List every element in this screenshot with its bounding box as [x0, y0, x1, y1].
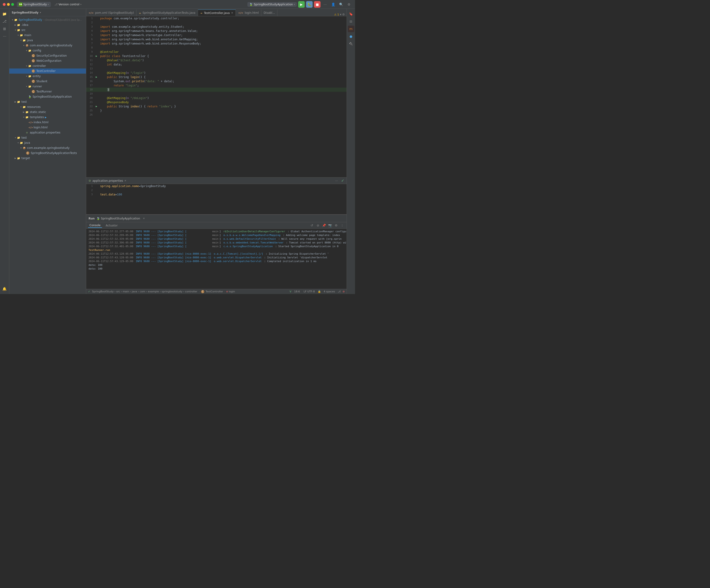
stop-icon[interactable]: ⊘ — [315, 223, 321, 228]
props-line-2: 2 — [86, 188, 347, 192]
circle-icon-btn[interactable]: ● — [348, 33, 354, 40]
tree-arrow: ▶ — [14, 101, 17, 103]
chevron-down-icon: ▾ — [294, 3, 295, 6]
debug-button[interactable]: 🐛 — [306, 1, 313, 8]
class-icon: C — [201, 290, 204, 293]
props-more-icon[interactable]: ⋯ — [335, 179, 338, 182]
more-icon[interactable]: ⋮ — [340, 223, 345, 228]
code-line-26: 26 — [86, 113, 347, 117]
tab-test-controller[interactable]: ☕ TestController.java ✕ — [198, 9, 236, 16]
tree-item-main[interactable]: ▾ 📁 main — [9, 32, 86, 38]
spring-leaf-icon: 🍃 — [28, 95, 31, 98]
restart-icon[interactable]: ↺ — [309, 223, 314, 228]
tab-close-icon[interactable]: ✕ — [231, 11, 233, 15]
tree-arrow: ▾ — [25, 75, 28, 77]
screenshot-icon[interactable]: 📷 — [328, 223, 333, 228]
tree-item-java2[interactable]: ▾ 📁 java — [9, 140, 86, 145]
panel-close-icon[interactable]: ✕ — [143, 217, 145, 220]
tree-item-app-tests[interactable]: C SpringBootStudyApplicationTests — [9, 150, 86, 156]
props-tab-close[interactable]: ✕ — [124, 180, 126, 182]
layout-icon-btn[interactable]: ⊟ — [348, 18, 354, 25]
folder-icon: 📁 — [14, 18, 18, 22]
git-icon-btn[interactable]: ⎇ — [1, 18, 8, 25]
class-c-icon: C — [32, 90, 35, 93]
folder-icon-btn[interactable]: 📁 — [1, 11, 8, 17]
search-button[interactable]: 🔍 — [338, 1, 344, 8]
tree-item-test-top[interactable]: ▶ 📁 test — [9, 99, 86, 104]
actuator-tab[interactable]: Actuator — [104, 224, 119, 228]
check-icon: ✓ — [341, 179, 344, 183]
tree-label-root: SpringBootStudy — [19, 18, 42, 21]
run-button[interactable]: ▶ — [298, 1, 305, 8]
tree-item-config[interactable]: ▾ 📁 config — [9, 48, 86, 53]
tree-item-com-example[interactable]: ▾ 📦 com.example.springbootstudy — [9, 43, 86, 48]
tree-item-controller[interactable]: ▾ 📁 controller — [9, 63, 86, 69]
maximize-button[interactable] — [11, 3, 14, 6]
tree-item-templates[interactable]: ▾ 📁 templates ▶ — [9, 115, 86, 120]
tree-item-web-config[interactable]: C WebConfiguration — [9, 58, 86, 63]
tree-item-test-runner[interactable]: C TestRunner — [9, 89, 86, 94]
run-config-selector[interactable]: 🍃 SpringBootStudyApplication ▾ — [247, 2, 297, 7]
settings-button[interactable]: ⚙ — [346, 1, 352, 8]
tree-item-spring-app[interactable]: 🍃 SpringBootStudyApplication — [9, 94, 86, 99]
properties-tab[interactable]: application.properties — [93, 179, 123, 182]
project-selector[interactable]: SB SpringBootStudy ▾ — [17, 2, 51, 7]
code-line-11: 11 @Value("${test.data}") — [86, 58, 347, 63]
tree-item-security-config[interactable]: C SecurityConfiguration — [9, 53, 86, 58]
tree-item-test2[interactable]: ▾ 📁 test — [9, 135, 86, 140]
error-indicator: ⊘ — [342, 290, 345, 293]
minimize-button[interactable] — [7, 3, 10, 6]
tree-item-idea[interactable]: ▶ 📁 .idea — [9, 22, 86, 27]
status-bar: ✓ SpringBootStudy › src › main › java › … — [86, 289, 347, 294]
bottom-panel: Run 🍃 SpringBootStudyApplication ✕ Conso… — [86, 214, 347, 289]
console-tab[interactable]: Console — [88, 223, 102, 228]
tree-item-index-html[interactable]: </> index.html — [9, 120, 86, 125]
tree-item-login-html[interactable]: </> login.html — [9, 125, 86, 130]
code-line-25: 25 } — [86, 109, 347, 113]
code-line-7: 7 import org.springframework.web.bind.an… — [86, 42, 347, 46]
stop-button[interactable]: ■ — [314, 1, 321, 8]
pin-icon[interactable]: 📌 — [322, 223, 327, 228]
tree-item-entity[interactable]: ▾ 📁 entity — [9, 74, 86, 79]
props-icon: ⚙ — [25, 131, 29, 135]
tab-settings-icon[interactable]: ⚙ — [342, 13, 345, 16]
tree-item-static[interactable]: ▶ 📁 static.static — [9, 110, 86, 115]
diff-icon-btn[interactable]: m — [348, 26, 354, 32]
properties-editor[interactable]: 1 spring.application.name=SpringBootStud… — [86, 184, 347, 214]
tree-item-runner[interactable]: ▾ 📁 runner — [9, 84, 86, 89]
title-bar: SB SpringBootStudy ▾ ⎇ Version control ▾… — [0, 0, 355, 9]
account-icon[interactable]: 👤 — [330, 1, 336, 8]
tree-arrow: ▾ — [11, 19, 14, 21]
tab-disable[interactable]: Disabl... — [261, 9, 278, 16]
tree-item-java[interactable]: ▾ 📁 java — [9, 38, 86, 43]
method-breadcrumb: ⊘ login — [226, 290, 235, 293]
more-icon-btn[interactable]: ⋯ — [1, 33, 8, 40]
tree-label-login-html: login.html — [33, 126, 48, 129]
notifications-icon-btn[interactable]: 🔔 — [1, 286, 8, 292]
log-line-7: 2024-06-11T12:57:43.128-05:00 INFO 9680 … — [89, 256, 344, 260]
run-app-label: SpringBootStudyApplication — [101, 217, 140, 220]
tab-login-html[interactable]: </> login.html — [236, 9, 261, 16]
plugin-icon-btn[interactable]: 🔌 — [348, 41, 354, 47]
tree-item-target[interactable]: ▶ 📁 target — [9, 156, 86, 161]
tree-item-app-props[interactable]: ⚙ application.properties — [9, 130, 86, 135]
tree-item-student[interactable]: C Student — [9, 79, 86, 84]
vcs-label: V — [289, 290, 291, 293]
structure-icon-btn[interactable]: ⊞ — [1, 26, 8, 32]
vcs-button[interactable]: ⎇ Version control ▾ — [53, 2, 84, 7]
tab-pom-xml[interactable]: </> pom.xml (SpringBootStudy) — [86, 9, 137, 16]
code-line-13: 13 — [86, 67, 347, 71]
bookmark-icon-btn[interactable]: 🔖 — [348, 11, 354, 17]
tree-item-test-controller[interactable]: C TestController — [9, 69, 86, 74]
tree-item-root[interactable]: ▾ 📁 SpringBootStudy ~/Desktop/CS/JavaEE/… — [9, 17, 86, 22]
tab-overflow-icon[interactable]: ▾ — [340, 13, 341, 16]
tree-item-src[interactable]: ▾ 📁 src — [9, 27, 86, 32]
main-code-editor[interactable]: 1 package com.example.springbootstudy.co… — [86, 16, 347, 177]
tree-label-test-top: test — [21, 100, 27, 103]
tab-app-tests[interactable]: ☕ SpringBootStudyApplicationTests.java — [137, 9, 198, 16]
settings-icon[interactable]: ⚙ — [334, 223, 339, 228]
tree-item-resources[interactable]: ▾ 📁 resources — [9, 104, 86, 110]
more-options-button[interactable]: ⋯ — [322, 1, 328, 8]
close-button[interactable] — [3, 3, 6, 6]
tree-item-com-example2[interactable]: ▾ 📦 com.example.springbootstudy — [9, 145, 86, 150]
